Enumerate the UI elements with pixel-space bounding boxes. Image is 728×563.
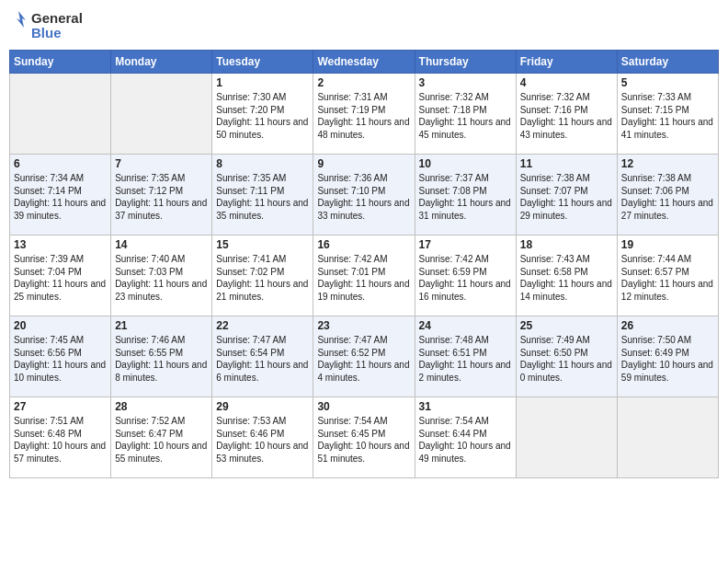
day-number: 2 [317, 76, 410, 89]
day-number: 27 [14, 400, 107, 413]
calendar-cell [10, 74, 111, 155]
calendar-cell: 6Sunrise: 7:34 AM Sunset: 7:14 PM Daylig… [10, 155, 111, 236]
cell-details: Sunrise: 7:53 AM Sunset: 6:46 PM Dayligh… [216, 415, 309, 465]
day-number: 18 [520, 238, 613, 251]
calendar-cell [111, 74, 212, 155]
cell-details: Sunrise: 7:44 AM Sunset: 6:57 PM Dayligh… [621, 253, 714, 303]
day-number: 25 [520, 319, 613, 332]
cell-details: Sunrise: 7:34 AM Sunset: 7:14 PM Dayligh… [14, 172, 107, 222]
cell-details: Sunrise: 7:45 AM Sunset: 6:56 PM Dayligh… [14, 334, 107, 384]
calendar-cell: 10Sunrise: 7:37 AM Sunset: 7:08 PM Dayli… [415, 155, 516, 236]
calendar-cell: 17Sunrise: 7:42 AM Sunset: 6:59 PM Dayli… [415, 236, 516, 316]
day-number: 14 [115, 238, 208, 251]
header-row: SundayMondayTuesdayWednesdayThursdayFrid… [10, 51, 719, 74]
calendar-cell: 18Sunrise: 7:43 AM Sunset: 6:58 PM Dayli… [516, 236, 617, 316]
week-row-4: 20Sunrise: 7:45 AM Sunset: 6:56 PM Dayli… [10, 316, 719, 397]
week-row-1: 1Sunrise: 7:30 AM Sunset: 7:20 PM Daylig… [10, 74, 719, 155]
day-number: 30 [317, 400, 410, 413]
cell-details: Sunrise: 7:43 AM Sunset: 6:58 PM Dayligh… [520, 253, 613, 303]
day-header-monday: Monday [111, 51, 212, 74]
calendar-cell: 22Sunrise: 7:47 AM Sunset: 6:54 PM Dayli… [212, 316, 313, 397]
day-header-friday: Friday [516, 51, 617, 74]
calendar-cell: 15Sunrise: 7:41 AM Sunset: 7:02 PM Dayli… [212, 236, 313, 316]
calendar-cell: 7Sunrise: 7:35 AM Sunset: 7:12 PM Daylig… [111, 155, 212, 236]
calendar-cell: 23Sunrise: 7:47 AM Sunset: 6:52 PM Dayli… [313, 316, 415, 397]
calendar-cell: 8Sunrise: 7:35 AM Sunset: 7:11 PM Daylig… [212, 155, 313, 236]
day-number: 11 [520, 157, 613, 170]
day-number: 22 [216, 319, 309, 332]
cell-details: Sunrise: 7:49 AM Sunset: 6:50 PM Dayligh… [520, 334, 613, 384]
day-number: 10 [419, 157, 512, 170]
calendar-table: SundayMondayTuesdayWednesdayThursdayFrid… [9, 50, 719, 478]
calendar-cell: 21Sunrise: 7:46 AM Sunset: 6:55 PM Dayli… [111, 316, 212, 397]
calendar-cell: 4Sunrise: 7:32 AM Sunset: 7:16 PM Daylig… [516, 74, 617, 155]
day-number: 17 [419, 238, 512, 251]
calendar-cell: 29Sunrise: 7:53 AM Sunset: 6:46 PM Dayli… [212, 397, 313, 478]
day-number: 5 [621, 76, 714, 89]
calendar-cell [516, 397, 617, 478]
cell-details: Sunrise: 7:42 AM Sunset: 6:59 PM Dayligh… [419, 253, 512, 303]
calendar-cell: 27Sunrise: 7:51 AM Sunset: 6:48 PM Dayli… [10, 397, 111, 478]
cell-details: Sunrise: 7:32 AM Sunset: 7:18 PM Dayligh… [419, 91, 512, 141]
day-number: 6 [14, 157, 107, 170]
calendar-cell: 5Sunrise: 7:33 AM Sunset: 7:15 PM Daylig… [617, 74, 718, 155]
day-number: 4 [520, 76, 613, 89]
calendar-cell: 20Sunrise: 7:45 AM Sunset: 6:56 PM Dayli… [10, 316, 111, 397]
cell-details: Sunrise: 7:54 AM Sunset: 6:45 PM Dayligh… [317, 415, 410, 465]
week-row-5: 27Sunrise: 7:51 AM Sunset: 6:48 PM Dayli… [10, 397, 719, 478]
day-number: 24 [419, 319, 512, 332]
cell-details: Sunrise: 7:47 AM Sunset: 6:54 PM Dayligh… [216, 334, 309, 384]
cell-details: Sunrise: 7:39 AM Sunset: 7:04 PM Dayligh… [14, 253, 107, 303]
calendar-cell: 16Sunrise: 7:42 AM Sunset: 7:01 PM Dayli… [313, 236, 415, 316]
day-number: 13 [14, 238, 107, 251]
cell-details: Sunrise: 7:35 AM Sunset: 7:12 PM Dayligh… [115, 172, 208, 222]
calendar-cell: 3Sunrise: 7:32 AM Sunset: 7:18 PM Daylig… [415, 74, 516, 155]
calendar-cell: 31Sunrise: 7:54 AM Sunset: 6:44 PM Dayli… [415, 397, 516, 478]
cell-details: Sunrise: 7:51 AM Sunset: 6:48 PM Dayligh… [14, 415, 107, 465]
cell-details: Sunrise: 7:38 AM Sunset: 7:06 PM Dayligh… [621, 172, 714, 222]
calendar-cell [617, 397, 718, 478]
day-number: 8 [216, 157, 309, 170]
logo-bird-icon [9, 9, 28, 39]
day-number: 20 [14, 319, 107, 332]
cell-details: Sunrise: 7:32 AM Sunset: 7:16 PM Dayligh… [520, 91, 613, 141]
week-row-3: 13Sunrise: 7:39 AM Sunset: 7:04 PM Dayli… [10, 236, 719, 316]
calendar-cell: 19Sunrise: 7:44 AM Sunset: 6:57 PM Dayli… [617, 236, 718, 316]
day-number: 28 [115, 400, 208, 413]
day-number: 26 [621, 319, 714, 332]
calendar-cell: 28Sunrise: 7:52 AM Sunset: 6:47 PM Dayli… [111, 397, 212, 478]
calendar-cell: 9Sunrise: 7:36 AM Sunset: 7:10 PM Daylig… [313, 155, 415, 236]
week-row-2: 6Sunrise: 7:34 AM Sunset: 7:14 PM Daylig… [10, 155, 719, 236]
page-header: General Blue [9, 9, 719, 42]
calendar-cell: 25Sunrise: 7:49 AM Sunset: 6:50 PM Dayli… [516, 316, 617, 397]
calendar-cell: 2Sunrise: 7:31 AM Sunset: 7:19 PM Daylig… [313, 74, 415, 155]
cell-details: Sunrise: 7:50 AM Sunset: 6:49 PM Dayligh… [621, 334, 714, 384]
day-number: 7 [115, 157, 208, 170]
day-header-thursday: Thursday [415, 51, 516, 74]
day-number: 19 [621, 238, 714, 251]
cell-details: Sunrise: 7:33 AM Sunset: 7:15 PM Dayligh… [621, 91, 714, 141]
cell-details: Sunrise: 7:37 AM Sunset: 7:08 PM Dayligh… [419, 172, 512, 222]
day-number: 16 [317, 238, 410, 251]
day-number: 21 [115, 319, 208, 332]
cell-details: Sunrise: 7:42 AM Sunset: 7:01 PM Dayligh… [317, 253, 410, 303]
day-number: 12 [621, 157, 714, 170]
day-number: 31 [419, 400, 512, 413]
day-header-saturday: Saturday [617, 51, 718, 74]
calendar-cell: 24Sunrise: 7:48 AM Sunset: 6:51 PM Dayli… [415, 316, 516, 397]
svg-marker-0 [17, 11, 26, 28]
cell-details: Sunrise: 7:48 AM Sunset: 6:51 PM Dayligh… [419, 334, 512, 384]
cell-details: Sunrise: 7:31 AM Sunset: 7:19 PM Dayligh… [317, 91, 410, 141]
calendar-cell: 13Sunrise: 7:39 AM Sunset: 7:04 PM Dayli… [10, 236, 111, 316]
day-number: 15 [216, 238, 309, 251]
cell-details: Sunrise: 7:54 AM Sunset: 6:44 PM Dayligh… [419, 415, 512, 465]
day-number: 29 [216, 400, 309, 413]
calendar-cell: 12Sunrise: 7:38 AM Sunset: 7:06 PM Dayli… [617, 155, 718, 236]
day-header-tuesday: Tuesday [212, 51, 313, 74]
cell-details: Sunrise: 7:41 AM Sunset: 7:02 PM Dayligh… [216, 253, 309, 303]
calendar-cell: 30Sunrise: 7:54 AM Sunset: 6:45 PM Dayli… [313, 397, 415, 478]
cell-details: Sunrise: 7:36 AM Sunset: 7:10 PM Dayligh… [317, 172, 410, 222]
day-number: 1 [216, 76, 309, 89]
logo: General Blue [9, 9, 83, 42]
day-header-wednesday: Wednesday [313, 51, 415, 74]
